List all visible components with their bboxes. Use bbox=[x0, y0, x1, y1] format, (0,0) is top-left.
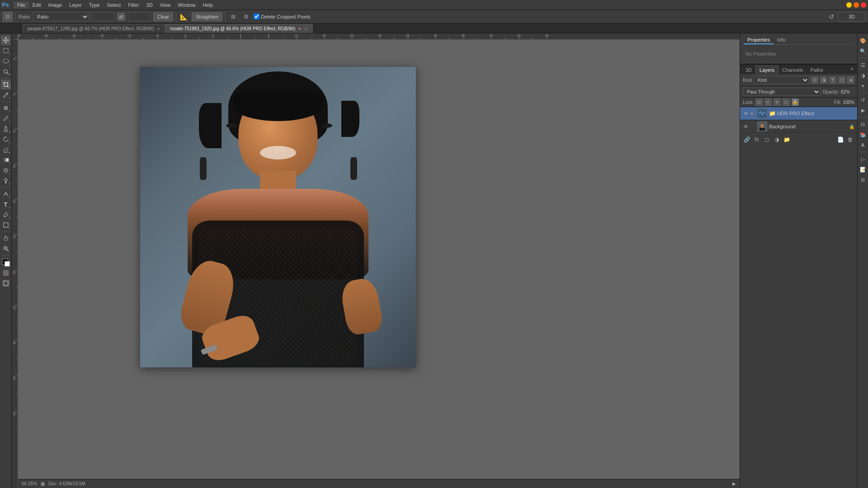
tool-pen[interactable]: ▾ bbox=[1, 189, 11, 199]
menu-select[interactable]: Select bbox=[104, 1, 125, 9]
menu-help[interactable]: Help bbox=[199, 1, 217, 9]
tool-marquee[interactable]: ▾ bbox=[1, 46, 11, 56]
right-icon-timeline[interactable]: ▷ bbox=[859, 155, 868, 164]
layer-visibility-bg[interactable]: 👁 bbox=[743, 123, 749, 130]
filter-adjustment-icon[interactable]: ◑ bbox=[820, 76, 827, 84]
swap-dimensions-button[interactable]: ⇄ bbox=[117, 13, 125, 21]
tab-1[interactable]: model-751983_1920.jpg @ 66.6% (HDR PRO E… bbox=[165, 24, 313, 33]
tool-history-brush[interactable]: ▾ bbox=[1, 134, 11, 144]
window-minimize[interactable] bbox=[846, 2, 852, 8]
delete-cropped-checkbox-label[interactable]: Delete Cropped Pixels bbox=[254, 14, 310, 19]
tab-info[interactable]: Info bbox=[774, 36, 789, 44]
right-icon-adjust[interactable]: ◑ bbox=[859, 71, 868, 80]
grid-icon[interactable]: ⊞ bbox=[228, 12, 238, 22]
straighten-button[interactable]: Straighten bbox=[192, 12, 222, 21]
tool-quick-select[interactable]: ▾ bbox=[1, 66, 11, 76]
tab-channels[interactable]: Channels bbox=[778, 66, 807, 74]
right-icon-layers[interactable]: ☰ bbox=[859, 61, 868, 70]
layer-new-button[interactable]: 📄 bbox=[836, 136, 844, 144]
tool-zoom[interactable] bbox=[1, 244, 11, 253]
menu-file[interactable]: File bbox=[14, 1, 29, 9]
tool-move[interactable] bbox=[1, 35, 11, 45]
layer-group-button[interactable]: 📁 bbox=[783, 136, 791, 144]
ratio-width-input[interactable] bbox=[92, 12, 114, 21]
tab-3d[interactable]: 3D bbox=[742, 66, 755, 74]
tool-lasso[interactable]: ▾ bbox=[1, 56, 11, 66]
tool-hand[interactable] bbox=[1, 233, 11, 243]
lock-pixels-btn[interactable]: ⊡ bbox=[755, 99, 763, 106]
tool-gradient[interactable]: ▾ bbox=[1, 155, 11, 165]
layer-item-background[interactable]: 👁 Background 🔒 bbox=[740, 120, 857, 133]
right-icon-data[interactable]: ⊞ bbox=[859, 175, 868, 184]
color-picker[interactable] bbox=[1, 258, 11, 267]
layer-mask-button[interactable]: ◻ bbox=[763, 136, 771, 144]
lock-image-btn[interactable]: ✏ bbox=[764, 99, 772, 106]
lock-position-btn[interactable]: ✛ bbox=[774, 99, 781, 106]
window-close[interactable] bbox=[861, 2, 866, 8]
menu-filter[interactable]: Filter bbox=[124, 1, 142, 9]
right-icon-color[interactable]: 🎨 bbox=[859, 36, 868, 45]
tool-text[interactable]: T ▾ bbox=[1, 199, 11, 209]
tool-clone[interactable]: ▾ bbox=[1, 124, 11, 134]
filter-type-icon[interactable]: T bbox=[829, 76, 836, 84]
right-icon-type[interactable]: A bbox=[859, 141, 868, 150]
fill-value[interactable]: 100% bbox=[843, 100, 854, 105]
menu-window[interactable]: Window bbox=[174, 1, 199, 9]
tool-quick-mask[interactable] bbox=[1, 268, 11, 278]
menu-layer[interactable]: Layer bbox=[66, 1, 85, 9]
filter-smartobj-icon[interactable]: ◈ bbox=[847, 76, 854, 84]
tool-dodge[interactable]: ▾ bbox=[1, 176, 11, 186]
layer-link-button[interactable]: 🔗 bbox=[743, 136, 751, 144]
menu-edit[interactable]: Edit bbox=[29, 1, 45, 9]
layer-expand-hdr[interactable]: ▶ bbox=[751, 111, 755, 116]
tab-0-close[interactable]: ✕ bbox=[157, 27, 160, 31]
tab-layers[interactable]: Layers bbox=[755, 66, 778, 74]
window-maximize[interactable] bbox=[854, 2, 859, 8]
tab-paths[interactable]: Paths bbox=[807, 66, 827, 74]
right-icon-actions[interactable]: ▶ bbox=[859, 106, 868, 115]
menu-view[interactable]: View bbox=[156, 1, 175, 9]
rotate-ccw-icon[interactable]: ↺ bbox=[826, 12, 836, 22]
lock-all-btn[interactable]: 🔒 bbox=[792, 99, 799, 106]
tool-crop[interactable]: ▾ bbox=[1, 80, 11, 89]
canvas-area[interactable]: 66.55% ▦ Doc: 4.62M/18.5M ▶ bbox=[18, 40, 740, 488]
right-icon-history[interactable]: ↺ bbox=[859, 95, 868, 104]
tool-path-select[interactable]: ▾ bbox=[1, 210, 11, 220]
right-icon-notes[interactable]: 📝 bbox=[859, 165, 868, 174]
layers-kind-select[interactable]: Kind bbox=[754, 76, 809, 84]
tool-shape[interactable]: ▾ bbox=[1, 220, 11, 230]
lock-artboard-btn[interactable]: ◻ bbox=[783, 99, 790, 106]
settings-icon[interactable]: ⚙ bbox=[241, 12, 251, 22]
tool-eyedropper[interactable]: ▾ bbox=[1, 90, 11, 100]
right-icon-styles[interactable]: ✦ bbox=[859, 81, 868, 90]
tool-eraser[interactable]: ▾ bbox=[1, 145, 11, 155]
layer-visibility-hdr[interactable]: 👁 bbox=[743, 110, 749, 117]
tab-0[interactable]: people-875617_1280.jpg @ 66.7% (HDR PRO … bbox=[23, 24, 165, 33]
layers-panel-options[interactable]: ≡ bbox=[849, 66, 855, 74]
background-color[interactable] bbox=[5, 261, 10, 267]
filter-pixel-icon[interactable]: ⊡ bbox=[811, 76, 818, 84]
tool-blur[interactable]: ▾ bbox=[1, 165, 11, 175]
menu-image[interactable]: Image bbox=[45, 1, 66, 9]
tool-screen-mode[interactable] bbox=[1, 278, 11, 288]
menu-type[interactable]: Type bbox=[85, 1, 104, 9]
filter-shape-icon[interactable]: ◻ bbox=[838, 76, 845, 84]
current-tool-icon[interactable]: ⊡ bbox=[3, 12, 13, 22]
layer-adjustment-button[interactable]: ◑ bbox=[773, 136, 781, 144]
tab-properties[interactable]: Properties bbox=[744, 36, 774, 44]
right-icon-properties2[interactable]: ⊟ bbox=[859, 120, 868, 129]
right-icon-libraries[interactable]: 📚 bbox=[859, 130, 868, 139]
menu-3d[interactable]: 3D bbox=[143, 1, 156, 9]
ratio-height-input[interactable] bbox=[128, 12, 151, 21]
right-icon-search[interactable]: 🔍 bbox=[859, 47, 868, 56]
delete-cropped-checkbox[interactable] bbox=[254, 14, 259, 19]
opacity-value[interactable]: 62% bbox=[841, 89, 854, 94]
layer-delete-button[interactable]: 🗑 bbox=[846, 136, 854, 144]
clear-button[interactable]: Clear bbox=[153, 12, 173, 21]
layer-item-hdr[interactable]: 👁 ▶ 📁 HDR PRO Effect bbox=[740, 107, 857, 120]
3d-input[interactable] bbox=[838, 12, 865, 21]
layer-style-button[interactable]: fx bbox=[753, 136, 761, 144]
ratio-select[interactable]: Ratio W x H x Resolution Original Ratio bbox=[33, 12, 89, 21]
tool-healing[interactable]: ▾ bbox=[1, 103, 11, 113]
blend-mode-select[interactable]: Pass Through Normal Multiply Screen bbox=[743, 88, 821, 96]
